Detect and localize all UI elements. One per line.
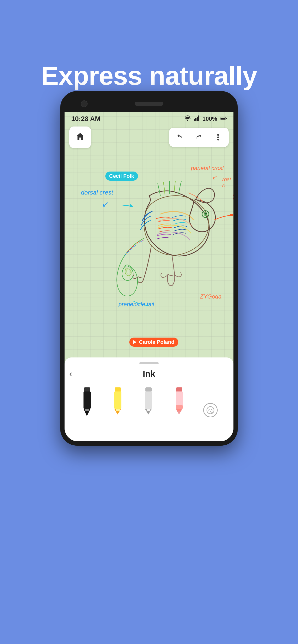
svg-point-10 bbox=[217, 139, 219, 141]
svg-rect-20 bbox=[114, 392, 121, 409]
svg-rect-22 bbox=[116, 409, 120, 411]
svg-rect-26 bbox=[146, 409, 151, 411]
pink-marker-tool[interactable] bbox=[173, 386, 186, 417]
svg-rect-27 bbox=[176, 388, 182, 392]
svg-point-9 bbox=[217, 136, 219, 138]
dorsal-crest-label: dorsal crest bbox=[81, 189, 113, 196]
svg-point-8 bbox=[217, 134, 219, 136]
svg-rect-19 bbox=[115, 388, 121, 392]
chameleon-drawing bbox=[65, 150, 233, 355]
status-time: 10:28 AM bbox=[71, 115, 100, 123]
prehensile-tail-label: prehensile tail bbox=[118, 301, 154, 308]
svg-rect-15 bbox=[84, 388, 90, 392]
user-label-carole: Carole Poland bbox=[129, 338, 178, 347]
phone-inner: 10:28 AM bbox=[65, 95, 233, 441]
battery-icon bbox=[220, 116, 227, 122]
panel-header: ‹ Ink bbox=[69, 369, 229, 379]
phone-frame: 10:28 AM bbox=[60, 91, 238, 446]
undo-button[interactable] bbox=[173, 130, 187, 144]
bottom-panel: ‹ Ink bbox=[65, 358, 233, 441]
signal-icon bbox=[194, 116, 200, 122]
phone-camera bbox=[81, 100, 88, 107]
svg-rect-24 bbox=[145, 392, 152, 409]
status-icons: 100% bbox=[184, 116, 227, 122]
zygoda-label: ZYGoda bbox=[200, 293, 221, 300]
svg-rect-31 bbox=[176, 406, 183, 409]
action-buttons bbox=[169, 128, 229, 147]
svg-point-14 bbox=[230, 214, 233, 216]
svg-point-0 bbox=[187, 120, 188, 121]
marker-tool[interactable] bbox=[142, 386, 155, 417]
home-icon bbox=[76, 132, 84, 143]
svg-rect-6 bbox=[221, 118, 225, 120]
back-button[interactable]: ‹ bbox=[69, 369, 72, 379]
parietal-arrow: ↙ bbox=[212, 173, 217, 181]
svg-point-13 bbox=[205, 212, 207, 214]
tools-row bbox=[69, 386, 229, 417]
pen-tool[interactable] bbox=[80, 386, 94, 417]
svg-rect-18 bbox=[85, 409, 89, 411]
ink-side-label: Ink bbox=[232, 194, 233, 200]
svg-rect-16 bbox=[83, 392, 91, 409]
rostral-label: rostc... bbox=[222, 176, 231, 189]
battery-percentage: 100% bbox=[203, 116, 217, 122]
dorsal-arrow: ↙ bbox=[102, 200, 108, 209]
user-label-cecil: Cecil Folk bbox=[105, 172, 138, 181]
redo-button[interactable] bbox=[192, 130, 206, 144]
status-bar: 10:28 AM bbox=[65, 112, 233, 125]
svg-rect-30 bbox=[177, 409, 181, 411]
panel-handle bbox=[139, 362, 159, 364]
svg-point-32 bbox=[207, 406, 214, 414]
svg-rect-3 bbox=[197, 117, 198, 121]
eraser-tool[interactable] bbox=[203, 403, 218, 417]
home-button[interactable] bbox=[69, 126, 91, 148]
eraser-icon bbox=[203, 403, 218, 417]
highlighter-tool[interactable] bbox=[111, 386, 124, 417]
phone-speaker bbox=[135, 102, 163, 106]
panel-title: Ink bbox=[143, 369, 155, 379]
phone-screen: 10:28 AM bbox=[65, 112, 233, 441]
page-title: Express naturally bbox=[0, 60, 298, 91]
play-icon bbox=[133, 340, 136, 344]
svg-rect-4 bbox=[198, 116, 199, 121]
svg-rect-1 bbox=[194, 119, 195, 121]
svg-line-34 bbox=[212, 412, 213, 413]
toolbar bbox=[69, 126, 229, 148]
more-options-button[interactable] bbox=[211, 130, 225, 144]
phone-top-bar bbox=[65, 95, 233, 112]
drawing-canvas: dorsal crest ↙ parietal crost ↙ rostc...… bbox=[65, 150, 233, 355]
svg-rect-2 bbox=[195, 118, 197, 121]
svg-rect-23 bbox=[145, 388, 152, 392]
svg-rect-7 bbox=[226, 118, 227, 119]
parietal-crest-label: parietal crost bbox=[191, 165, 224, 172]
wifi-icon bbox=[184, 116, 191, 122]
